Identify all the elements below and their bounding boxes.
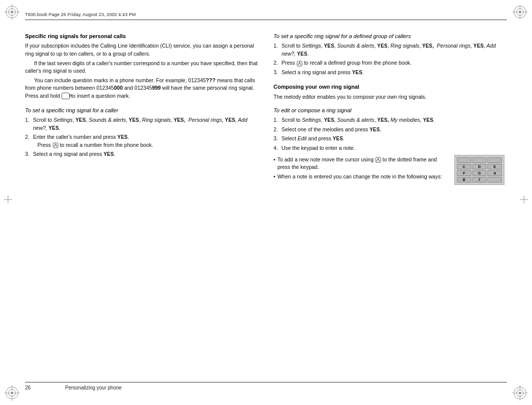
footer-title: Personalizing your phone — [65, 385, 122, 390]
section1-body: If your subscription includes the Callin… — [25, 42, 258, 100]
left-column: Specific ring signals for personal calls… — [25, 28, 258, 377]
bullet-text-1: To add a new note move the cursor using … — [278, 156, 449, 171]
keypad-graphic: C D E F G A B 7 — [454, 155, 507, 185]
right-list-item-1: 1. Scroll to Settings, YES, Sounds & ale… — [274, 42, 507, 58]
section2-italic-heading: To set a specific ring signal for a call… — [25, 107, 258, 114]
content-area: Specific ring signals for personal calls… — [25, 28, 507, 377]
keypad-cde-row: C D E — [457, 164, 502, 169]
footer-page-number: 26 — [25, 385, 55, 390]
section1-para2: If the last seven digits of a caller's n… — [25, 60, 258, 75]
key-F: F — [457, 170, 471, 176]
ornament-tl — [4, 4, 20, 20]
section2-italic-heading-text: To set a specific ring signal for a call… — [25, 107, 118, 113]
svg-point-4 — [11, 11, 13, 13]
list-content-3: Select a ring signal and press YES. — [33, 150, 258, 158]
svg-point-19 — [519, 392, 521, 394]
footer-bar: 26 Personalizing your phone — [25, 382, 507, 391]
right-s3-item-3: 3. Select Edit and press YES. — [274, 135, 507, 143]
list-content-1: Scroll to Settings, YES, Sounds & alerts… — [33, 116, 258, 132]
key-empty — [487, 177, 502, 182]
right-section1-italic-heading: To set a specific ring signal for a defi… — [274, 33, 507, 40]
keypad-outer: C D E F G A B 7 — [454, 155, 504, 185]
section1-heading: Specific ring signals for personal calls — [25, 33, 258, 40]
keypad-fga-row: F G A — [457, 170, 502, 176]
right-list-content-3: Select a ring signal and press YES. — [282, 69, 507, 77]
key-top-3 — [487, 157, 502, 163]
list-num-2: 2. — [25, 133, 31, 149]
right-list-item-2: 2. Press to recall a defined group from … — [274, 59, 507, 67]
list-content-2: Enter the caller's number and press YES.… — [33, 133, 258, 149]
right-list-num-3: 3. — [274, 69, 280, 77]
key-top-1 — [457, 157, 471, 163]
key-C: C — [457, 164, 471, 169]
bullet-keypad-section: • To add a new note move the cursor usin… — [274, 154, 507, 185]
right-s3-item-1: 1. Scroll to Settings, YES, Sounds & ale… — [274, 116, 507, 124]
key-B: B — [457, 177, 471, 182]
bullet-item-1: • To add a new note move the cursor usin… — [274, 156, 449, 171]
key-7: 7 — [472, 177, 487, 182]
svg-point-9 — [519, 11, 521, 13]
bullet-item-2: • When a note is entered you can change … — [274, 173, 449, 180]
right-section2-para1: The melody editor enables you to compose… — [274, 93, 507, 101]
bullet-list: • To add a new note move the cursor usin… — [274, 156, 449, 181]
list-item-1: 1. Scroll to Settings, YES, Sounds & ale… — [25, 116, 258, 132]
right-list-content-1: Scroll to Settings, YES, Sounds & alerts… — [282, 42, 507, 58]
section1-para1: If your subscription includes the Callin… — [25, 42, 258, 57]
key-A: A — [487, 170, 502, 176]
ornament-br — [512, 385, 528, 401]
section1-para3: You can include question marks in a phon… — [25, 77, 258, 100]
right-section1-list: 1. Scroll to Settings, YES, Sounds & ale… — [274, 42, 507, 76]
bullet-text-2: When a note is entered you can change th… — [278, 173, 442, 180]
right-list-num-1: 1. — [274, 42, 280, 58]
keypad-top-row — [457, 157, 502, 163]
page: T600.book Page 26 Friday, August 23, 200… — [0, 0, 532, 405]
mid-right-mark — [520, 195, 528, 204]
right-column: To set a specific ring signal for a defi… — [274, 28, 507, 377]
right-section1-italic-heading-text: To set a specific ring signal for a defi… — [274, 33, 411, 39]
list-num-1: 1. — [25, 116, 31, 132]
list-num-3: 3. — [25, 150, 31, 158]
header-bar: T600.book Page 26 Friday, August 23, 200… — [25, 11, 507, 20]
key-top-2 — [472, 157, 487, 163]
keypad-b7-row: B 7 — [457, 177, 502, 182]
section2-list: 1. Scroll to Settings, YES, Sounds & ale… — [25, 116, 258, 158]
right-list-item-3: 3. Select a ring signal and press YES. — [274, 69, 507, 77]
right-section2-body: The melody editor enables you to compose… — [274, 93, 507, 101]
svg-point-14 — [11, 392, 13, 394]
header-text: T600.book Page 26 Friday, August 23, 200… — [25, 12, 136, 17]
mid-left-mark — [4, 195, 12, 204]
right-list-num-2: 2. — [274, 59, 280, 67]
bullet-list-container: • To add a new note move the cursor usin… — [274, 154, 449, 185]
right-section2-heading: Composing your own ring signal — [274, 83, 507, 91]
ornament-bl — [4, 385, 20, 401]
right-s3-item-2: 2. Select one of the melodies and press … — [274, 126, 507, 134]
list-item-2: 2. Enter the caller's number and press Y… — [25, 133, 258, 149]
right-section3-italic-heading-text: To edit or compose a ring signal — [274, 107, 352, 113]
right-s3-item-4: 4. Use the keypad to enter a note. — [274, 144, 507, 152]
ornament-tr — [512, 4, 528, 20]
key-G: G — [472, 170, 487, 176]
key-D: D — [472, 164, 487, 169]
right-section3-italic-heading: To edit or compose a ring signal — [274, 107, 507, 114]
key-E: E — [487, 164, 502, 169]
list-item-3: 3. Select a ring signal and press YES. — [25, 150, 258, 158]
right-list-content-2: Press to recall a defined group from the… — [282, 59, 507, 67]
right-section3-list: 1. Scroll to Settings, YES, Sounds & ale… — [274, 116, 507, 152]
